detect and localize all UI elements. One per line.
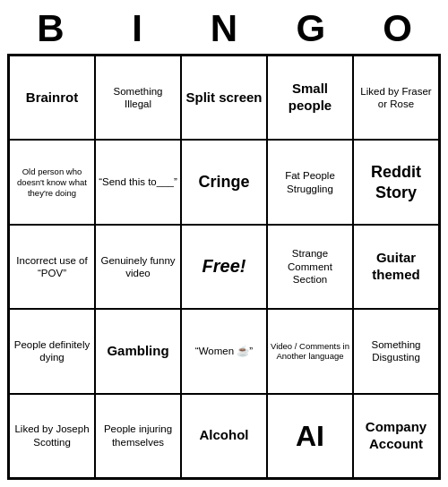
- bingo-cell-r2-c0: Incorrect use of “POV”: [9, 225, 95, 309]
- bingo-cell-r1-c3: Fat People Struggling: [267, 140, 353, 224]
- bingo-grid: BrainrotSomething IllegalSplit screenSma…: [7, 54, 441, 480]
- bingo-cell-r3-c1: Gambling: [95, 309, 181, 393]
- bingo-cell-r1-c2: Cringe: [181, 140, 267, 224]
- bingo-cell-r3-c4: Something Disgusting: [353, 309, 439, 393]
- bingo-cell-r3-c3: Video / Comments in Another language: [267, 309, 353, 393]
- bingo-cell-r4-c0: Liked by Joseph Scotting: [9, 394, 95, 478]
- bingo-cell-r4-c2: Alcohol: [181, 394, 267, 478]
- bingo-cell-r2-c1: Genuinely funny video: [95, 225, 181, 309]
- bingo-letter: O: [357, 7, 439, 50]
- bingo-letter: B: [9, 7, 91, 50]
- bingo-cell-r1-c0: Old person who doesn't know what they're…: [9, 140, 95, 224]
- bingo-cell-r0-c0: Brainrot: [9, 56, 95, 140]
- bingo-cell-r3-c0: People definitely dying: [9, 309, 95, 393]
- bingo-cell-r0-c3: Small people: [267, 56, 353, 140]
- bingo-cell-r3-c2: “Women ☕”: [181, 309, 267, 393]
- bingo-cell-r2-c2: Free!: [181, 225, 267, 309]
- bingo-cell-r1-c4: Reddit Story: [353, 140, 439, 224]
- bingo-cell-r4-c3: AI: [267, 394, 353, 478]
- bingo-letter: G: [270, 7, 352, 50]
- bingo-cell-r2-c4: Guitar themed: [353, 225, 439, 309]
- bingo-cell-r0-c2: Split screen: [181, 56, 267, 140]
- bingo-letter: N: [183, 7, 265, 50]
- bingo-cell-r4-c1: People injuring themselves: [95, 394, 181, 478]
- bingo-title-row: BINGO: [7, 7, 441, 50]
- bingo-cell-r4-c4: Company Account: [353, 394, 439, 478]
- bingo-cell-r0-c1: Something Illegal: [95, 56, 181, 140]
- bingo-cell-r0-c4: Liked by Fraser or Rose: [353, 56, 439, 140]
- bingo-cell-r2-c3: Strange Comment Section: [267, 225, 353, 309]
- bingo-letter: I: [96, 7, 178, 50]
- bingo-cell-r1-c1: “Send this to___”: [95, 140, 181, 224]
